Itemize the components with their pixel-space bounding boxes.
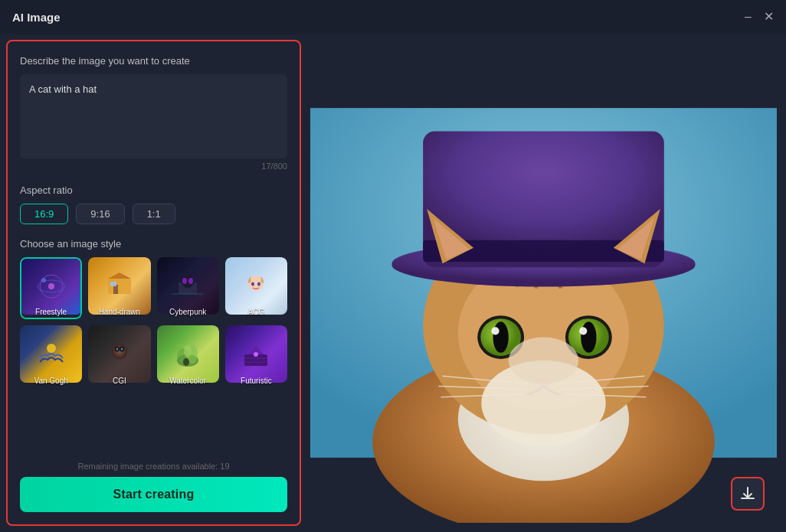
bottom-section: Remaining image creations available: 19 … bbox=[20, 449, 287, 512]
style-label-freestyle: Freestyle bbox=[20, 308, 82, 316]
style-label-futuristic: Futuristic bbox=[225, 377, 287, 385]
aspect-ratio-label: Aspect ratio bbox=[20, 184, 287, 196]
style-label-handdrawn: Hand-drawn bbox=[88, 308, 150, 316]
svg-rect-7 bbox=[110, 282, 116, 286]
right-panel bbox=[307, 34, 786, 532]
svg-point-52 bbox=[581, 321, 596, 353]
style-item-cgi[interactable]: CGI bbox=[88, 325, 150, 387]
svg-point-1 bbox=[38, 280, 65, 292]
svg-point-11 bbox=[188, 278, 193, 284]
style-label-vangogh: Van Gogh bbox=[20, 377, 82, 385]
style-grid: Freestyle Hand-drawn bbox=[20, 257, 287, 388]
prompt-textarea[interactable]: A cat with a hat bbox=[20, 74, 287, 158]
style-label-cgi: CGI bbox=[88, 377, 150, 385]
svg-point-30 bbox=[254, 352, 258, 357]
start-creating-button[interactable]: Start creating bbox=[20, 477, 287, 512]
style-item-watercolor[interactable]: Watercolor bbox=[157, 325, 219, 387]
app-window: AI Image – ✕ Describe the image you want… bbox=[0, 0, 786, 532]
cat-image bbox=[310, 43, 777, 523]
close-button[interactable]: ✕ bbox=[764, 11, 774, 23]
svg-point-0 bbox=[40, 275, 63, 298]
svg-point-26 bbox=[184, 345, 192, 357]
svg-point-48 bbox=[493, 321, 509, 353]
style-label-acg: ACG bbox=[225, 308, 287, 316]
style-label-cyberpunk: Cyberpunk bbox=[157, 308, 219, 316]
svg-point-16 bbox=[47, 344, 56, 353]
style-item-freestyle[interactable]: Freestyle bbox=[20, 257, 82, 319]
style-item-futuristic[interactable]: Futuristic bbox=[225, 325, 287, 387]
svg-point-22 bbox=[121, 348, 123, 350]
char-count: 17/800 bbox=[20, 162, 287, 171]
svg-point-53 bbox=[579, 327, 587, 335]
title-bar: AI Image – ✕ bbox=[0, 0, 786, 34]
svg-point-14 bbox=[251, 282, 254, 286]
aspect-btn-9-16[interactable]: 9:16 bbox=[76, 204, 124, 224]
svg-point-3 bbox=[41, 278, 46, 282]
title-controls: – ✕ bbox=[745, 11, 774, 23]
style-item-cyberpunk[interactable]: Cyberpunk bbox=[157, 257, 219, 319]
download-button[interactable] bbox=[731, 477, 765, 511]
style-item-acg[interactable]: ACG bbox=[225, 257, 287, 319]
svg-marker-5 bbox=[108, 273, 131, 279]
aspect-btn-1-1[interactable]: 1:1 bbox=[133, 204, 175, 224]
svg-point-18 bbox=[112, 344, 127, 359]
style-label: Choose an image style bbox=[20, 238, 287, 250]
aspect-btn-16-9[interactable]: 16:9 bbox=[20, 204, 68, 224]
style-item-handdrawn[interactable]: Hand-drawn bbox=[88, 257, 150, 319]
svg-point-15 bbox=[257, 282, 260, 286]
svg-point-10 bbox=[182, 278, 187, 284]
aspect-ratio-section: Aspect ratio 16:9 9:16 1:1 bbox=[20, 184, 287, 224]
prompt-label: Describe the image you want to create bbox=[20, 55, 287, 67]
left-panel: Describe the image you want to create A … bbox=[6, 40, 301, 526]
window-title: AI Image bbox=[12, 11, 61, 24]
title-bar-left: AI Image bbox=[12, 11, 61, 24]
generated-image-container bbox=[310, 43, 777, 523]
aspect-ratio-buttons: 16:9 9:16 1:1 bbox=[20, 204, 287, 224]
style-item-vangogh[interactable]: Van Gogh bbox=[20, 325, 82, 387]
style-section: Choose an image style Freestyle bbox=[20, 238, 287, 388]
svg-point-21 bbox=[116, 348, 118, 350]
minimize-button[interactable]: – bbox=[745, 11, 752, 23]
main-content: Describe the image you want to create A … bbox=[0, 34, 786, 532]
svg-point-49 bbox=[491, 327, 499, 335]
remaining-text: Remaining image creations available: 19 bbox=[20, 462, 287, 471]
style-label-watercolor: Watercolor bbox=[157, 377, 219, 385]
svg-point-63 bbox=[509, 338, 578, 384]
svg-point-2 bbox=[48, 283, 54, 289]
download-icon bbox=[739, 485, 756, 502]
svg-point-27 bbox=[183, 358, 189, 366]
